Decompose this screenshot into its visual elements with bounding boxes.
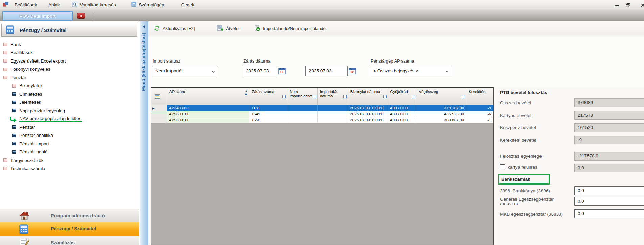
cell-kerekites[interactable]: -9 <box>466 105 493 111</box>
sidebar-item-penztar-naplo[interactable]: Pénztár napló <box>0 148 139 156</box>
penztargep-ap-dropdown[interactable]: < Összes bejegyzés > <box>370 66 452 76</box>
cell-nem-importalando[interactable] <box>287 111 318 117</box>
bank-account-input[interactable]: 0,0 <box>574 186 644 195</box>
cell-importalas-datuma[interactable] <box>318 105 348 111</box>
menu-item-szamologep[interactable]: Számológép <box>128 0 167 9</box>
cell-nem-importalando[interactable] <box>287 105 318 111</box>
bank-account-input[interactable]: 0,0 <box>574 197 644 206</box>
module-button-label: Számlázás <box>51 240 75 245</box>
sidebar-item-penztar-sub[interactable]: Pénztár <box>0 123 139 131</box>
sidebar-item-beallitasok[interactable]: Beállítások <box>0 49 139 57</box>
cell-zaras-szama[interactable]: 1549 <box>249 111 287 117</box>
tab-close-button[interactable]: x <box>77 13 85 19</box>
column-header-gyujtokod[interactable]: Gyűjtőkód <box>388 88 417 105</box>
cell-zaras-szama[interactable]: 1181 <box>249 105 287 111</box>
cell-bizonylat-datuma[interactable]: 2025.07.03. 0:00:0 <box>348 105 388 111</box>
sidebar-item-penztar[interactable]: Pénztár <box>0 73 139 82</box>
sidebar-item-jelentesek[interactable]: Jelentések <box>0 98 139 107</box>
column-header-nem-importalando[interactable]: Nem importáladnó <box>287 88 318 105</box>
close-button[interactable]: ✕ <box>641 2 644 8</box>
sidebar-item-bizonylatok[interactable]: Bizonylatok <box>0 82 139 90</box>
cell-bizonylat-datuma[interactable]: 2025.07.03. 0:00:0 <box>348 117 388 123</box>
column-header-bizonylat-datuma[interactable]: Bizonylat dátuma <box>348 88 388 105</box>
calendar-picker-to-button[interactable]: 12 <box>349 67 357 75</box>
cell-ap-szam[interactable]: A25600166 <box>167 111 249 117</box>
cell-vegosszeg[interactable]: 379 107,00 <box>416 105 466 111</box>
sidebar-item-penztar-analitika[interactable]: Pénztár analitika <box>0 131 139 140</box>
import-status-dropdown[interactable]: Nem importált <box>152 66 218 76</box>
cell-importalas-datuma[interactable] <box>318 117 348 123</box>
cell-nem-importalando[interactable] <box>287 117 318 123</box>
tab-pos-data-import[interactable]: POS Data Import <box>2 11 73 21</box>
sidebar-item-fokonyvi-konyveles[interactable]: Főkönyvi könyvelés <box>0 65 139 74</box>
table-row[interactable]: A25600166 1549 2025.07.03. 0:00:0 A00 / … <box>151 111 493 117</box>
menu-item-beallitasok[interactable]: Beállítások <box>11 1 40 9</box>
bank-account-label: 3896_Bankkártya (3896) <box>500 188 550 193</box>
table-row[interactable]: A25600166 1550 2025.07.03. 0:00:0 A00 / … <box>151 117 493 123</box>
zaras-datuma-from-input[interactable]: 2025.07.03. <box>243 66 277 76</box>
cell-importalas-datuma[interactable] <box>318 111 348 117</box>
cell-kerekites[interactable]: -1 <box>466 117 493 123</box>
sidebar-item-napi-penztar-egyenleg[interactable]: Napi pénztár egyenleg <box>0 106 139 115</box>
minimize-button[interactable] <box>615 5 619 6</box>
column-label: Nem importáladnó <box>290 90 312 98</box>
refresh-icon <box>154 25 160 32</box>
cell-ap-szam[interactable]: A25600166 <box>167 117 249 123</box>
sidebar: Pénzügy / Számvitel Bank Beállítások Egy… <box>0 21 139 245</box>
column-header-ap-szam[interactable]: AP szám 1 <box>167 88 249 105</box>
column-header-kerekites[interactable]: Kerekítés <box>466 88 493 105</box>
bankszamlak-title: Bankszámlák <box>501 177 530 182</box>
sidebar-item-label: Címletezés <box>19 92 42 97</box>
sidebar-item-excel-export[interactable]: Egyszerűsített Excel export <box>0 57 139 65</box>
sidebar-item-nav-penztargepszalag-letoltes[interactable]: NAV pénztárgépszalag letöltés <box>0 115 139 123</box>
cell-vegosszeg[interactable]: 360 867,00 <box>416 117 466 123</box>
felosztas-egyenlege-field: -217578,0 <box>574 152 644 161</box>
sidebar-item-technikai-szamla[interactable]: Technikai számla <box>0 165 139 173</box>
calendar-picker-from-button[interactable]: 12 <box>278 67 286 75</box>
cell-vegosszeg[interactable]: 435 525,00 <box>416 111 466 117</box>
column-filter-icon[interactable] <box>313 95 316 98</box>
sidebar-item-bank[interactable]: Bank <box>0 40 139 49</box>
kartya-felulliras-checkbox[interactable] <box>500 164 505 169</box>
menu-collapse-strip[interactable]: Menü (klikk az elrejtéshez) <box>139 21 148 245</box>
column-filter-icon[interactable] <box>343 95 347 98</box>
column-header-vegosszeg[interactable]: Végösszeg <box>416 88 466 105</box>
module-button-program-adminisztracio[interactable]: Program adminisztráció <box>0 209 139 222</box>
sidebar-item-penztar-import[interactable]: Pénztár import <box>0 140 139 148</box>
kartyas-bevetel-field: 217578 <box>574 111 644 120</box>
ptg-panel: PTG bevétel felosztás Összes bevétel 379… <box>497 87 644 245</box>
menu-item-ablak[interactable]: Ablak <box>45 1 63 9</box>
module-button-penzugy-szamvitel[interactable]: Pénzügy / Számvitel <box>0 222 139 236</box>
module-button-szamlazas[interactable]: Számlázás <box>0 236 139 245</box>
column-filter-icon[interactable] <box>282 95 286 98</box>
cell-ap-szam[interactable]: A23403323 <box>167 105 249 111</box>
sidebar-module-buttons: Program adminisztráció Pénzügy / Számvit… <box>0 209 139 245</box>
atvetel-button[interactable]: Átvétel <box>214 24 243 34</box>
menu-item-cegek[interactable]: Cégek <box>178 1 198 9</box>
kerekitesi-bevetel-label: Kerekítési bevétel <box>500 138 536 143</box>
cell-gyujtokod[interactable]: A00 / C00 <box>388 105 417 111</box>
sidebar-item-cimletezes[interactable]: Címletezés <box>0 90 139 98</box>
zaras-datuma-to-input[interactable]: 2025.07.03. <box>305 66 348 76</box>
bank-account-input[interactable]: 0,0 <box>574 209 644 218</box>
column-header-importalas-datuma[interactable]: Importálás dátuma <box>318 88 348 105</box>
column-filter-icon[interactable] <box>462 95 465 98</box>
menu-item-vonalkod-kereses[interactable]: Vonalkód keresés <box>69 0 119 9</box>
cell-zaras-szama[interactable]: 1550 <box>249 117 287 123</box>
cell-gyujtokod[interactable]: A00 / C00 <box>388 111 417 117</box>
import-status-label: Import státusz <box>153 58 180 64</box>
table-row[interactable]: ▶ A23403323 1181 2025.07.03. 0:00:0 A00 … <box>151 105 493 111</box>
aktualizalas-button[interactable]: Aktualizálás [F2] <box>151 24 198 34</box>
column-header-zaras-szama[interactable]: Zárás száma <box>249 88 287 105</box>
grid-selector-header[interactable] <box>151 88 167 105</box>
importalando-toggle-button[interactable]: Importálandó/Nem importálandó <box>251 24 329 34</box>
cell-kerekites[interactable]: -6 <box>466 111 493 117</box>
restore-button[interactable] <box>626 3 630 9</box>
column-filter-icon[interactable] <box>383 95 387 98</box>
sort-ascending-icon: 1 <box>245 89 247 95</box>
cell-gyujtokod[interactable]: A00 / C00 <box>388 117 417 123</box>
column-filter-icon[interactable] <box>412 95 415 98</box>
tab-bar: POS Data Import x <box>0 10 644 21</box>
cell-bizonylat-datuma[interactable]: 2025.07.03. 0:00:0 <box>348 111 388 117</box>
sidebar-item-targyi-eszkozok[interactable]: Tárgyi eszközök <box>0 156 139 165</box>
